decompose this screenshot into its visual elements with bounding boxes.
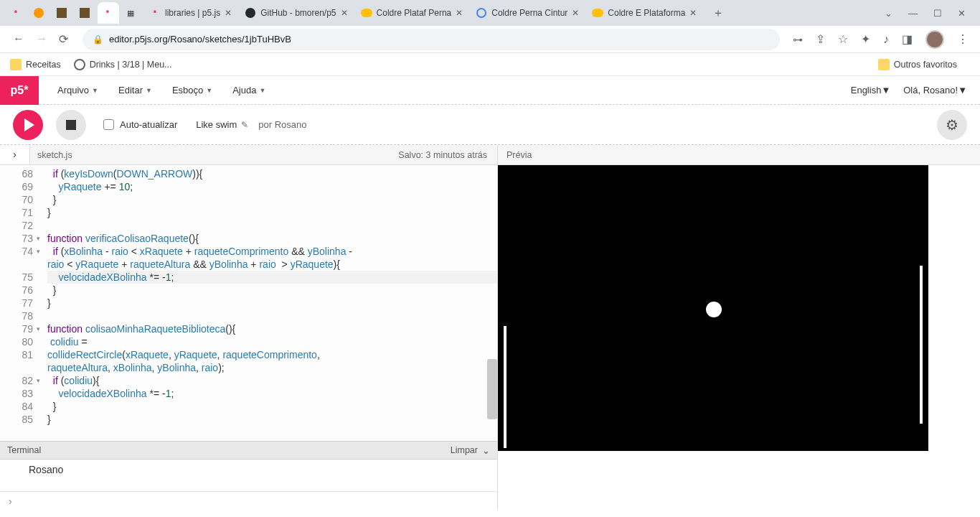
scrollbar-vertical[interactable] <box>487 359 497 419</box>
browser-tab[interactable] <box>52 2 73 24</box>
sketch-title[interactable]: Like swim <box>196 119 237 130</box>
chevron-down-icon[interactable]: ⌄ <box>885 8 892 19</box>
close-tab-icon[interactable]: ✕ <box>572 8 579 18</box>
p5-logo[interactable]: p5* <box>0 76 39 105</box>
browser-tab[interactable]: * <box>98 2 119 24</box>
browser-tab[interactable]: Coldre Perna Cintur✕ <box>470 2 585 24</box>
favicon <box>361 7 372 19</box>
code-line[interactable]: collideRectCircle(xRaquete, yRaquete, ra… <box>47 348 497 361</box>
browser-tab[interactable]: Coldre E Plataforma✕ <box>586 2 702 24</box>
save-status: Salvo: 3 minutos atrás <box>398 150 497 160</box>
bookmarks-bar: Receitas Drinks | 3/18 | Meu... Outros f… <box>0 53 980 76</box>
menu-ajuda[interactable]: Ajuda▼ <box>222 79 275 101</box>
stop-button[interactable] <box>56 110 86 140</box>
bookmark-other[interactable]: Outros favoritos <box>878 59 957 70</box>
line-number: 75 <box>0 271 33 284</box>
back-icon[interactable]: ← <box>13 32 24 46</box>
code-line[interactable]: raio < yRaquete + raqueteAltura && yBoli… <box>47 258 497 271</box>
tab-title: Coldre Perna Cintur <box>491 8 567 18</box>
menu-arquivo[interactable]: Arquivo▼ <box>47 79 108 101</box>
key-icon[interactable]: ⊶ <box>793 34 803 45</box>
auto-update-toggle[interactable]: Auto-atualizar <box>103 119 177 130</box>
bookmark-drinks[interactable]: Drinks | 3/18 | Meu... <box>74 59 172 70</box>
playlist-icon[interactable]: ♪ <box>883 33 889 46</box>
code-line[interactable] <box>47 309 497 322</box>
favicon <box>56 7 67 19</box>
code-line[interactable]: } <box>47 206 497 219</box>
code-editor[interactable]: 686970717273747576777879808182838485 if … <box>0 165 497 441</box>
browser-tab[interactable]: ▦ <box>121 2 142 24</box>
language-selector[interactable]: English▼ <box>851 85 891 96</box>
browser-tab[interactable] <box>29 2 50 24</box>
sketch-author: por Rosano <box>258 119 306 130</box>
code-line[interactable]: } <box>47 193 497 206</box>
settings-button[interactable]: ⚙ <box>937 110 967 140</box>
preview-canvas-area <box>498 165 980 510</box>
chevron-down-icon[interactable]: ⌄ <box>482 445 490 456</box>
kebab-menu-icon[interactable]: ⋮ <box>957 32 969 46</box>
menu-editar[interactable]: Editar▼ <box>108 79 162 101</box>
browser-tab[interactable]: *libraries | p5.js✕ <box>143 2 237 24</box>
extensions-icon[interactable]: ✦ <box>861 32 870 46</box>
browser-tab[interactable]: GitHub - bmoren/p5✕ <box>239 2 353 24</box>
right-paddle <box>920 266 923 424</box>
sidebar-toggle-button[interactable]: › <box>0 145 30 165</box>
close-tab-icon[interactable]: ✕ <box>456 8 463 18</box>
browser-tab[interactable]: * <box>6 2 27 24</box>
close-tab-icon[interactable]: ✕ <box>225 8 232 18</box>
close-tab-icon[interactable]: ✕ <box>689 8 697 18</box>
menu-esboço[interactable]: Esboço▼ <box>162 79 222 101</box>
github-favicon <box>245 7 256 19</box>
close-tab-icon[interactable]: ✕ <box>341 8 348 18</box>
tab-title: Coldre Plataf Perna <box>377 8 452 18</box>
close-icon[interactable]: ✕ <box>958 8 966 19</box>
code-line[interactable]: function verificaColisaoRaquete(){ <box>47 232 497 245</box>
bookmark-label: Receitas <box>26 60 61 70</box>
bookmark-receitas[interactable]: Receitas <box>10 59 61 70</box>
prompt-icon: › <box>9 495 12 507</box>
line-number: 80 <box>0 335 33 348</box>
code-line[interactable]: } <box>47 413 497 426</box>
line-number: 70 <box>0 193 33 206</box>
code-line[interactable]: if (xBolinha - raio < xRaquete + raquete… <box>47 245 497 258</box>
maximize-icon[interactable]: ☐ <box>933 8 942 19</box>
reload-icon[interactable]: ⟳ <box>59 32 68 46</box>
menu-label: Ajuda <box>232 85 256 96</box>
user-greeting[interactable]: Olá, Rosano!▼ <box>903 85 967 96</box>
code-line[interactable]: } <box>47 400 497 413</box>
terminal-input[interactable]: › <box>0 491 497 510</box>
forward-icon[interactable]: → <box>36 32 47 46</box>
url-input[interactable]: 🔒 editor.p5js.org/Rosano/sketches/1jbTuH… <box>83 29 780 50</box>
code-line[interactable] <box>47 219 497 232</box>
checkbox-icon[interactable] <box>103 119 114 130</box>
new-tab-button[interactable]: ＋ <box>708 3 728 23</box>
tab-title: libraries | p5.js <box>165 8 220 18</box>
code-line[interactable]: velocidadeXBolinha *= -1; <box>47 387 497 400</box>
sketch-canvas[interactable] <box>498 165 928 451</box>
address-bar: ← → ⟳ 🔒 editor.p5js.org/Rosano/sketches/… <box>0 26 980 53</box>
play-button[interactable] <box>13 110 43 140</box>
code-line[interactable]: if (keyIsDown(DOWN_ARROW)){ <box>47 167 497 180</box>
star-icon[interactable]: ☆ <box>838 32 848 46</box>
code-line[interactable]: velocidadeXBolinha *= -1; <box>47 271 497 284</box>
minimize-icon[interactable]: — <box>908 8 918 19</box>
line-number: 83 <box>0 387 33 400</box>
code-line[interactable]: if (colidiu){ <box>47 374 497 387</box>
preview-label: Prévia <box>507 150 532 160</box>
browser-tab[interactable] <box>75 2 96 24</box>
share-icon[interactable]: ⇪ <box>816 32 825 46</box>
terminal-clear-button[interactable]: Limpar <box>451 445 478 455</box>
code-line[interactable]: colidiu = <box>47 335 497 348</box>
code-line[interactable]: function colisaoMinhaRaqueteBiblioteca()… <box>47 322 497 335</box>
bookmark-label: Outros favoritos <box>894 60 957 70</box>
code-line[interactable]: } <box>47 284 497 297</box>
profile-avatar[interactable] <box>925 30 944 49</box>
sidepanel-icon[interactable]: ◨ <box>902 32 913 46</box>
favicon <box>33 7 44 19</box>
code-line[interactable]: } <box>47 297 497 309</box>
code-line[interactable]: raqueteAltura, xBolinha, yBolinha, raio)… <box>47 361 497 374</box>
code-line[interactable]: yRaquete += 10; <box>47 180 497 193</box>
browser-tab[interactable]: Coldre Plataf Perna✕ <box>355 2 469 24</box>
file-name[interactable]: sketch.js <box>37 150 72 160</box>
edit-title-icon[interactable]: ✎ <box>241 120 248 130</box>
